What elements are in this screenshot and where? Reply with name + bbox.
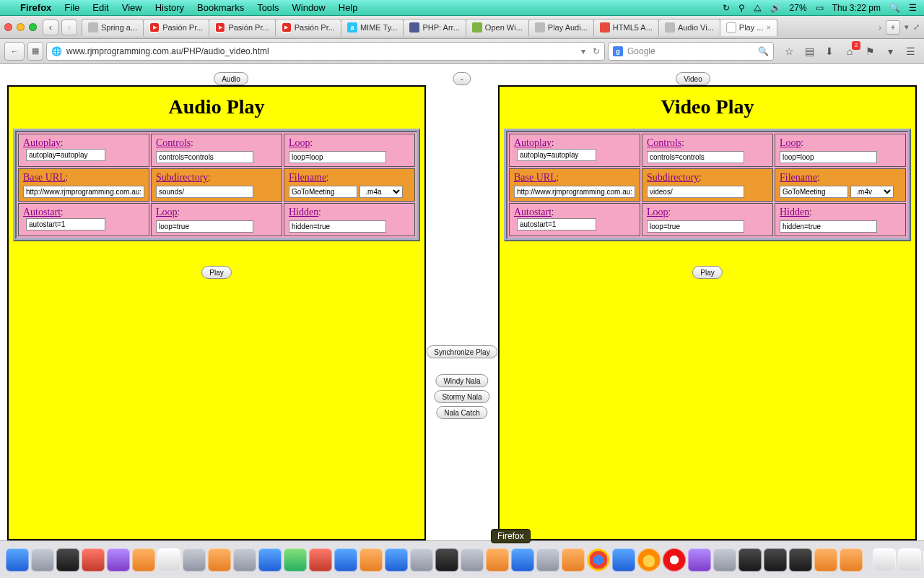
video-ext-select[interactable]: .m4v bbox=[850, 186, 894, 198]
browser-tab[interactable]: Open Wi... bbox=[466, 19, 529, 36]
video-loop1-input[interactable] bbox=[780, 151, 877, 163]
notifications-icon[interactable]: ☰ bbox=[909, 3, 917, 13]
battery-icon[interactable]: ▭ bbox=[816, 3, 824, 13]
tab-history-forward-button[interactable]: › bbox=[61, 20, 77, 35]
dock-app-icon[interactable] bbox=[258, 548, 282, 571]
dock-folder-icon[interactable] bbox=[873, 548, 896, 571]
dock-app-icon[interactable] bbox=[738, 548, 762, 571]
dock-opera-icon[interactable] bbox=[663, 548, 686, 571]
video-autoplay-input[interactable] bbox=[517, 149, 596, 161]
browser-tab[interactable]: Play ...× bbox=[720, 19, 777, 36]
synchronize-play-button[interactable]: Synchronize Play bbox=[426, 345, 497, 358]
browser-tab[interactable]: HTML5 A... bbox=[593, 19, 659, 36]
dock-app-icon[interactable] bbox=[82, 548, 105, 571]
dock-app-icon[interactable] bbox=[107, 548, 130, 571]
video-loop2-input[interactable] bbox=[647, 220, 744, 233]
audio-subdir-input[interactable] bbox=[156, 186, 253, 198]
home-icon[interactable]: ⌂2 bbox=[840, 43, 859, 60]
video-play-button[interactable]: Play bbox=[692, 266, 722, 279]
video-subdir-input[interactable] bbox=[647, 186, 744, 198]
dock-itunes-icon[interactable] bbox=[334, 548, 357, 571]
tabs-list-button[interactable]: ▾ bbox=[905, 22, 909, 32]
browser-tab[interactable]: Spring a... bbox=[82, 19, 144, 36]
video-filename-input[interactable] bbox=[780, 186, 848, 198]
dock-app-icon[interactable] bbox=[208, 548, 231, 571]
dock-finder-icon[interactable] bbox=[6, 548, 29, 571]
site-identity-icon[interactable]: 🌐 bbox=[51, 46, 62, 56]
dock-app-icon[interactable] bbox=[410, 548, 433, 571]
tab-history-back-button[interactable]: ‹ bbox=[43, 20, 58, 35]
dock-firefox-icon[interactable] bbox=[637, 548, 661, 571]
wifi-icon[interactable]: ⧋ bbox=[754, 3, 762, 13]
video-toggle-button[interactable]: Video bbox=[676, 72, 710, 85]
spotlight-icon[interactable]: 🔍 bbox=[889, 3, 900, 13]
dock-app-icon[interactable] bbox=[713, 548, 736, 571]
video-hidden-input[interactable] bbox=[780, 220, 877, 233]
browser-tab[interactable]: PHP: Arr... bbox=[403, 19, 466, 36]
search-field[interactable]: g Google 🔍 bbox=[608, 42, 774, 61]
sync-icon[interactable]: ↻ bbox=[723, 3, 730, 13]
hamburger-menu-icon[interactable]: ☰ bbox=[901, 43, 920, 60]
bluetooth-icon[interactable]: ⚲ bbox=[738, 3, 745, 13]
preset-stormy-nala-button[interactable]: Stormy Nala bbox=[434, 390, 489, 403]
volume-icon[interactable]: 🔊 bbox=[770, 3, 781, 13]
audio-filename-input[interactable] bbox=[289, 186, 357, 198]
dock-app-icon[interactable] bbox=[688, 548, 711, 571]
addon-icon[interactable]: ⚑ bbox=[860, 43, 879, 60]
new-tab-button[interactable]: + bbox=[886, 20, 900, 35]
dock-app-icon[interactable] bbox=[56, 548, 79, 571]
dock-app-icon[interactable] bbox=[511, 548, 534, 571]
clock[interactable]: Thu 3:22 pm bbox=[832, 3, 881, 13]
menu-view[interactable]: View bbox=[122, 2, 142, 13]
dock-appstore-icon[interactable] bbox=[385, 548, 408, 571]
dock-folder-icon[interactable] bbox=[898, 548, 921, 571]
audio-hidden-input[interactable] bbox=[289, 220, 386, 233]
collapse-button[interactable]: - bbox=[453, 72, 471, 85]
browser-tab[interactable]: Play Audi... bbox=[528, 19, 594, 36]
window-minimize-button[interactable] bbox=[17, 23, 25, 31]
dock-app-icon[interactable] bbox=[183, 548, 206, 571]
url-field[interactable]: 🌐 www.rjmprogramming.com.au/PHP/audio_vi… bbox=[46, 42, 605, 61]
dock-app-icon[interactable] bbox=[359, 548, 383, 571]
tabs-overflow-button[interactable]: › bbox=[879, 23, 881, 32]
audio-baseurl-input[interactable] bbox=[23, 186, 144, 198]
browser-tab[interactable]: Pasión Pr... bbox=[143, 19, 209, 36]
dock-app-icon[interactable] bbox=[486, 548, 509, 571]
app-name[interactable]: Firefox bbox=[20, 2, 51, 13]
feed-dropdown-icon[interactable]: ▾ bbox=[881, 43, 899, 60]
preset-windy-nala-button[interactable]: Windy Nala bbox=[435, 374, 488, 387]
menu-history[interactable]: History bbox=[155, 2, 184, 13]
audio-loop1-input[interactable] bbox=[289, 151, 386, 163]
menu-window[interactable]: Window bbox=[292, 2, 326, 13]
audio-controls-input[interactable] bbox=[156, 151, 253, 163]
browser-tab[interactable]: Pasión Pr... bbox=[209, 19, 275, 36]
video-baseurl-input[interactable] bbox=[514, 186, 635, 198]
audio-ext-select[interactable]: .m4a bbox=[359, 186, 403, 198]
audio-autostart-input[interactable] bbox=[26, 218, 105, 230]
menu-bookmarks[interactable]: Bookmarks bbox=[197, 2, 244, 13]
browser-tab[interactable]: Audio Vi... bbox=[658, 19, 720, 36]
menu-help[interactable]: Help bbox=[339, 2, 358, 13]
audio-play-button[interactable]: Play bbox=[201, 266, 231, 279]
browser-tab[interactable]: aMIME Ty... bbox=[341, 19, 404, 36]
dock-terminal-icon[interactable] bbox=[764, 548, 787, 571]
dock-app-icon[interactable] bbox=[789, 548, 812, 571]
library-icon[interactable]: ▤ bbox=[800, 43, 819, 60]
dock-app-icon[interactable] bbox=[814, 548, 837, 571]
dock-chrome-icon[interactable] bbox=[587, 548, 610, 571]
dock-app-icon[interactable] bbox=[435, 548, 458, 571]
downloads-icon[interactable]: ⬇ bbox=[820, 43, 839, 60]
dock-safari-icon[interactable] bbox=[612, 548, 635, 571]
preset-nala-catch-button[interactable]: Nala Catch bbox=[436, 406, 487, 419]
menu-edit[interactable]: Edit bbox=[92, 2, 108, 13]
nav-back-button[interactable]: ← bbox=[4, 42, 25, 61]
bookmark-star-icon[interactable]: ☆ bbox=[780, 43, 798, 60]
audio-autoplay-input[interactable] bbox=[26, 149, 105, 161]
video-autostart-input[interactable] bbox=[517, 218, 596, 230]
search-go-icon[interactable]: 🔍 bbox=[758, 46, 769, 56]
window-zoom-button[interactable] bbox=[29, 23, 37, 31]
dock-app-icon[interactable] bbox=[233, 548, 256, 571]
menu-tools[interactable]: Tools bbox=[257, 2, 279, 13]
nav-dropdown-button[interactable]: ▦ bbox=[27, 42, 43, 61]
browser-tab[interactable]: Pasión Pr... bbox=[275, 19, 341, 36]
